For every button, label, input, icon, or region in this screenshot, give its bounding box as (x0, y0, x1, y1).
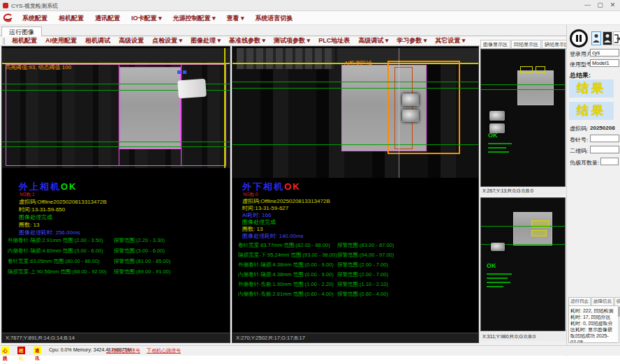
measure-line (481, 84, 565, 85)
toolbar-item[interactable]: AI使用配置 (41, 36, 81, 45)
ng-count: NG数:1 (20, 192, 35, 198)
turns-count-line: 圈数: 13 (19, 221, 39, 229)
measure-line (2, 146, 230, 147)
ref-line-yellow (224, 48, 226, 168)
mini-text-line (487, 282, 510, 283)
control-side-panel: 登录用户: 使用型号: 总结果: 结果 结果 虚拟码: 20250208 卷针号… (566, 25, 620, 356)
status-bar: 心跳信号相机连接通讯连接 Cpu: 0.0% Memory: 3424.4179… (0, 345, 620, 355)
pause-button[interactable] (570, 29, 588, 47)
camera-image-lower[interactable]: AI检测区域 (232, 48, 478, 178)
qr-code-field[interactable] (590, 146, 619, 153)
thumbnail-view-1[interactable]: OK (480, 49, 566, 187)
pixel-coords-bar: X:7677;Y:891;R:14;G:14;B:14 (2, 333, 230, 342)
menu: 系统配置相机配置通讯配置IO卡配置 ▾光源控制配置 ▾查看 ▾系统语言切换 (17, 11, 299, 25)
menu-item[interactable]: IO卡配置 ▾ (126, 14, 168, 23)
exit-button[interactable] (613, 31, 620, 45)
lower-camera-heartbeat: 下相机心跳信号 (147, 347, 181, 354)
toolbar-item[interactable]: 图像处理 ▾ (186, 36, 225, 45)
camera-name: 外上相机 (19, 181, 61, 192)
alarm-range: 报警范围:(81.00 - 85.00) (114, 258, 170, 265)
toolbar-item[interactable]: 相机调试 (81, 36, 115, 45)
thumbnail-view-2[interactable]: OK (480, 197, 566, 331)
menu-item[interactable]: 通讯配置 (89, 14, 126, 23)
toolbar-item[interactable]: 高级设置 (115, 36, 148, 45)
display-area-tab[interactable]: 凹陷显示区 (511, 40, 541, 49)
toolbar-item[interactable]: 点检设置 ▾ (148, 36, 186, 45)
tab-stack-spot (491, 243, 505, 251)
machine-block (237, 48, 334, 69)
user-login-button[interactable] (591, 31, 601, 45)
measurement-value: 内侧卷针-负极:2.61mm 范围:(0.60 - 4.00) (238, 291, 334, 297)
annotation-box-yellow (536, 66, 545, 73)
app-icon (3, 3, 8, 8)
display-area-tab[interactable]: 图像显示区 (480, 40, 510, 49)
pin-number-field[interactable] (590, 135, 619, 142)
tab-stack-spot (402, 109, 419, 122)
user-account-button[interactable] (603, 31, 612, 45)
measurement-row: 外侧卷针-隔膜:4.38mm 范围:(0.00 - 9.00) 报警范围:(2.… (238, 261, 477, 271)
measurement-rows: 卷针宽度:83.77mm 范围:(82.00 - 88.00) 报警范围:(83… (238, 242, 477, 301)
toolbar-items: 相机配置AI使用配置相机调试高级设置点检设置 ▾图像处理 ▾基准线参数 ▾测试项… (8, 36, 469, 45)
toolbar-item[interactable]: 测试项参数 ▾ (270, 36, 314, 45)
pause-icon (580, 35, 582, 42)
measurement-value: 外侧卷针-隔膜:4.38mm 范围:(0.00 - 9.00) (238, 261, 334, 268)
pause-icon (576, 35, 578, 42)
battery-cell (119, 67, 181, 149)
elapsed-line: 图像处理耗时: 140.00ms (242, 232, 304, 240)
title-bar: CYS-视觉检测系统 — ▢ ✕ (0, 0, 620, 11)
toolbar-item[interactable]: 相机配置 (8, 36, 41, 45)
toolbar-item[interactable]: 高级调试 ▾ (354, 36, 392, 45)
toolbar-item[interactable]: 学习参数 ▾ (392, 36, 431, 45)
menu-bar: 系统配置相机配置通讯配置IO卡配置 ▾光源控制配置 ▾查看 ▾系统语言切换 (0, 11, 620, 25)
measurement-value: 卷针宽度:83.77mm 范围:(82.00 - 88.00) (238, 242, 330, 248)
tab-stack-spot (489, 111, 505, 121)
menu-item[interactable]: 查看 ▾ (221, 14, 250, 23)
status-badge: 心跳信号 (1, 347, 9, 354)
alarm-range: 报警范围:(2.00 - 7.00) (337, 261, 388, 268)
alarm-range: 报警范围:(83.00 - 87.00) (337, 242, 394, 249)
camera-status: OK (61, 181, 78, 192)
alarm-range: 报警范围:(2.20 - 3.30) (114, 237, 165, 244)
measure-line (481, 226, 565, 227)
tab-stack-spot (402, 93, 419, 106)
menu-item[interactable]: 系统配置 (17, 14, 53, 23)
measurement-row: 卷针宽度:83.77mm 范围:(82.00 - 88.00) 报警范围:(83… (238, 242, 477, 252)
alarm-range: 报警范围:(94.00 - 97.00) (337, 252, 394, 259)
mini-text-line (487, 273, 512, 275)
toolbar-item[interactable]: 基准线参数 ▾ (225, 36, 270, 45)
maximize-button[interactable]: ▢ (594, 1, 606, 10)
alarm-range: 报警范围:(89.00 - 91.00) (114, 268, 170, 275)
toolbar-grip[interactable] (3, 38, 5, 45)
alarm-range: 报警范围:(2.00 - 7.00) (337, 271, 388, 278)
view-tab-row: 运行图像 (0, 25, 620, 36)
measurement-value: 外侧卷针-隔膜:2.91mm 范围:(2.00 - 3.50) (8, 237, 103, 243)
tab-count-field[interactable] (600, 158, 619, 165)
alarm-range: 报警范围:(1.10 - 2.10) (337, 281, 388, 288)
model-field[interactable] (590, 59, 619, 67)
tab-run-image[interactable]: 运行图像 (1, 26, 42, 37)
annotation-box-yellow (531, 230, 547, 236)
mini-text-line (487, 286, 503, 287)
tab-count-label: 负极耳数量: (570, 159, 599, 167)
menu-item[interactable]: 相机配置 (53, 14, 89, 23)
toolbar-item[interactable]: 其它设置 ▾ (431, 36, 469, 45)
pixel-coords-bar-mini: X:267;Y:13;R:0;G:0;B:0 (480, 187, 566, 195)
measure-line (232, 144, 478, 145)
alarm-range: 报警范围:(3.00 - 6.00) (114, 248, 165, 255)
measure-line (2, 142, 230, 142)
exit-door-icon (614, 34, 620, 43)
menu-item[interactable]: 光源控制配置 ▾ (168, 14, 221, 23)
measurement-row: 内侧卷针-隔膜:4.60mm 范围:(3.00 - 6.00) 报警范围:(3.… (8, 248, 228, 258)
camera-status: OK (284, 181, 301, 192)
log-output: 耗时: 222, 凹陷检测耗时: 17, 凹陷分区耗时: 0, 凹陷提取分区耗时… (568, 305, 619, 343)
marker-blue (183, 70, 186, 74)
close-button[interactable]: ✕ (607, 1, 619, 10)
minimize-button[interactable]: — (582, 1, 593, 10)
application-window: CYS-视觉检测系统 — ▢ ✕ 系统配置相机配置通讯配置IO卡配置 ▾光源控制… (0, 0, 620, 356)
camera-image-upper[interactable]: 高亮阈值:93, 动态阈值:100 (2, 48, 230, 168)
measurement-row: 外侧卷针-负极:1.90mm 范围:(1.00 - 2.20) 报警范围:(1.… (238, 281, 477, 291)
login-user-field[interactable] (590, 49, 619, 56)
pin-number-label: 卷针号: (570, 136, 588, 144)
menu-item[interactable]: 系统语言切换 (250, 14, 299, 23)
toolbar-item[interactable]: PLC地址表 (314, 36, 354, 45)
